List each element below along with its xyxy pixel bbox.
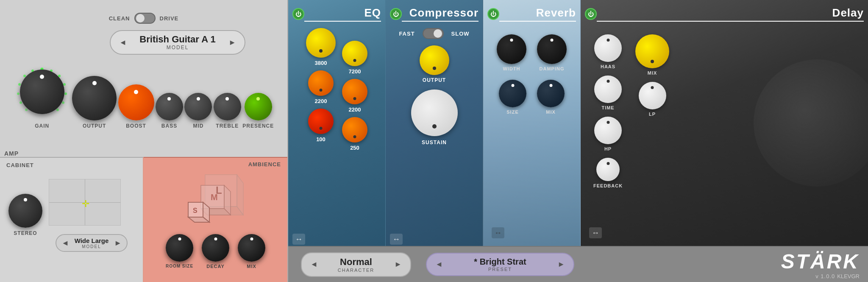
comp-sustain-label: SUSTAIN: [422, 140, 447, 145]
eq-knobs-layout: 3800 2200 100: [292, 28, 381, 151]
comp-output-knob[interactable]: [420, 45, 449, 75]
eq-3800-label: 3800: [315, 60, 327, 66]
presence-knob-container: PRESENCE: [242, 93, 274, 129]
ambience-mix-knob[interactable]: [238, 234, 265, 262]
eq-100-knob[interactable]: [308, 109, 334, 134]
reverb-power-button[interactable]: ⏻: [487, 8, 499, 20]
bass-label: BASS: [161, 123, 177, 129]
reverb-mix-knob[interactable]: [537, 80, 565, 107]
delay-mix-knob[interactable]: [635, 34, 669, 68]
eq-100-label: 100: [316, 136, 326, 142]
model-next-button[interactable]: ►: [228, 38, 236, 47]
amp-label: AMP: [4, 150, 19, 157]
svg-point-6: [56, 109, 59, 111]
preset-text: * Bright Strat PRESET: [443, 257, 557, 272]
cube-s-label: S: [193, 207, 198, 214]
eq-7200-knob[interactable]: [342, 41, 367, 66]
reverb-top-row: WIDTH DAMPING: [487, 34, 576, 71]
gain-ring-wrapper: [14, 63, 71, 120]
stereo-knob[interactable]: [8, 194, 42, 228]
character-next-button[interactable]: ►: [394, 260, 402, 269]
cabinet-model-prev[interactable]: ◄: [61, 239, 69, 248]
eq-2200-knob[interactable]: [342, 79, 367, 104]
reverb-width-knob[interactable]: [497, 34, 526, 64]
xy-pad[interactable]: ✛: [49, 179, 121, 226]
comp-power-button[interactable]: ⏻: [390, 8, 402, 20]
eq-3800-knob[interactable]: [306, 28, 336, 58]
cube-l-label: L: [216, 184, 222, 196]
eq-600-knob[interactable]: [308, 70, 334, 96]
character-prev-button[interactable]: ◄: [310, 260, 318, 269]
decay-label: DECAY: [206, 264, 225, 269]
delay-expand-row: ↔: [589, 229, 602, 237]
mid-knob[interactable]: [184, 93, 212, 120]
preset-next-button[interactable]: ►: [557, 260, 565, 269]
output-knob[interactable]: [72, 76, 117, 120]
reverb-damping-knob[interactable]: [537, 34, 567, 64]
cabinet-model-sublabel: MODEL: [69, 244, 114, 249]
preset-prev-button[interactable]: ◄: [435, 260, 443, 269]
eq-250-knob[interactable]: [342, 117, 367, 142]
delay-mix-label: MIX: [648, 70, 657, 75]
amp-top: CLEAN DRIVE ◄ British Guitar A 1 MODEL ►: [0, 0, 287, 157]
decay-knob[interactable]: [202, 234, 229, 262]
gain-knob[interactable]: [20, 70, 64, 114]
fast-slow-toggle[interactable]: [423, 28, 444, 39]
feedback-knob[interactable]: [596, 158, 620, 181]
reverb-width-container: WIDTH: [497, 34, 526, 71]
reverb-expand-button[interactable]: ↔: [492, 227, 504, 238]
eq-power-button[interactable]: ⏻: [292, 8, 304, 20]
cabinet-model-selector: ◄ Wide Large MODEL ►: [56, 234, 128, 252]
comp-title: Compressor: [402, 6, 479, 22]
ambience-mix-container: MIX: [238, 234, 265, 269]
hp-container: HP: [594, 117, 622, 151]
drive-label: DRIVE: [160, 15, 179, 22]
reverb-mix-container: MIX: [537, 80, 565, 114]
eq-600-label: 2200: [315, 98, 327, 104]
haas-knob[interactable]: [594, 34, 622, 62]
boost-knob-container: BOOST: [118, 84, 154, 129]
hp-knob[interactable]: [594, 117, 622, 144]
comp-expand-button[interactable]: ↔: [390, 234, 403, 245]
cube-svg: M S L: [182, 170, 250, 234]
delay-left-col: HAAS TIME HP: [593, 34, 623, 188]
reverb-damping-container: DAMPING: [537, 34, 567, 71]
stereo-knob-container: STEREO: [8, 177, 42, 236]
eq-3800-container: 3800: [306, 28, 336, 66]
delay-power-button[interactable]: ⏻: [585, 8, 597, 20]
reverb-size-knob[interactable]: [499, 80, 526, 107]
output-knob-container: OUTPUT: [72, 76, 117, 129]
comp-output-label: OUTPUT: [423, 77, 446, 83]
cabinet-label: CABINET: [6, 162, 136, 168]
model-prev-button[interactable]: ◄: [119, 38, 127, 47]
presence-knob[interactable]: [245, 93, 272, 120]
boost-knob[interactable]: [118, 84, 154, 120]
toggle-knob: [136, 14, 145, 22]
delay-panel: ⏻ Delay HAAS: [581, 0, 868, 246]
clean-drive-toggle[interactable]: [134, 13, 156, 24]
delay-mix-container: MIX: [635, 34, 669, 75]
stereo-label: STEREO: [14, 230, 37, 236]
gain-knob-container: GAIN: [14, 63, 71, 129]
comp-sustain-knob[interactable]: [411, 89, 458, 136]
room-size-knob[interactable]: [166, 234, 193, 262]
room-size-label: ROOM SIZE: [166, 264, 193, 268]
feedback-container: FEEDBACK: [593, 158, 623, 188]
lp-knob[interactable]: [639, 82, 666, 109]
comp-top-row: OUTPUT: [390, 45, 479, 83]
treble-knob[interactable]: [214, 93, 241, 120]
bass-knob[interactable]: [156, 93, 183, 120]
hp-label: HP: [604, 146, 612, 151]
ambience-knobs-row: ROOM SIZE DECAY MIX: [150, 234, 281, 269]
knobs-row: GAIN OUTPUT BOOST BASS: [13, 63, 275, 129]
comp-header: ⏻ Compressor: [390, 6, 479, 22]
delay-expand-button[interactable]: ↔: [589, 227, 602, 238]
comp-output-container: OUTPUT: [420, 45, 449, 83]
fast-label: FAST: [399, 31, 415, 37]
eq-250-label: 250: [350, 145, 359, 151]
reverb-title: Reverb: [499, 6, 576, 22]
cabinet-model-next[interactable]: ►: [114, 239, 122, 248]
time-knob[interactable]: [594, 75, 622, 103]
xy-crosshair[interactable]: ✛: [82, 198, 89, 209]
eq-expand-button[interactable]: ↔: [292, 234, 305, 245]
